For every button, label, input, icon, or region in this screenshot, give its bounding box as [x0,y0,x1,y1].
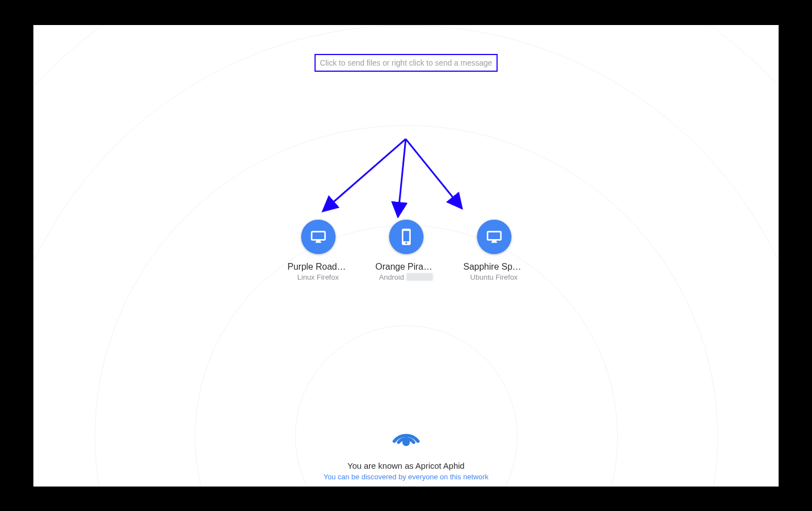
discovery-status-link[interactable]: You can be discovered by everyone on thi… [323,473,489,481]
identity-name: Apricot Aphid [415,461,464,470]
peer-purple-roadrunner[interactable]: Purple Roadrunner Linux Firefox [288,220,349,281]
peer-subtitle-text: Android [379,273,404,281]
peers-row: Purple Roadrunner Linux Firefox Orange P… [288,220,525,281]
svg-line-0 [323,139,406,211]
desktop-icon [301,220,336,254]
peer-subtitle: Linux Firefox [297,273,338,281]
instruction-tooltip: Click to send files or right click to se… [314,54,498,72]
instruction-text: Click to send files or right click to se… [320,58,493,67]
peer-name: Sapphire Spoonbill [464,262,525,272]
app-stage: Click to send files or right click to se… [33,25,779,487]
svg-line-2 [406,139,462,209]
footer: You are known as Apricot Aphid You can b… [323,416,489,481]
identity-prefix: You are known as [347,461,415,470]
redacted-text [406,273,433,281]
svg-point-3 [402,438,410,446]
peer-name: Purple Roadrunner [288,262,349,272]
peer-sapphire-spoonbill[interactable]: Sapphire Spoonbill Ubuntu Firefox [464,220,525,281]
mobile-icon [389,220,424,254]
peer-subtitle: Android [379,273,433,281]
peer-name: Orange Piranha [376,262,437,272]
peer-subtitle-text: Ubuntu Firefox [470,273,518,281]
peer-subtitle-text: Linux Firefox [297,273,338,281]
svg-line-1 [398,139,406,217]
broadcast-logo-icon [388,416,423,451]
desktop-icon [477,220,511,254]
peer-orange-piranha[interactable]: Orange Piranha Android [376,220,437,281]
peer-subtitle: Ubuntu Firefox [470,273,518,281]
identity-line: You are known as Apricot Aphid [347,461,464,470]
